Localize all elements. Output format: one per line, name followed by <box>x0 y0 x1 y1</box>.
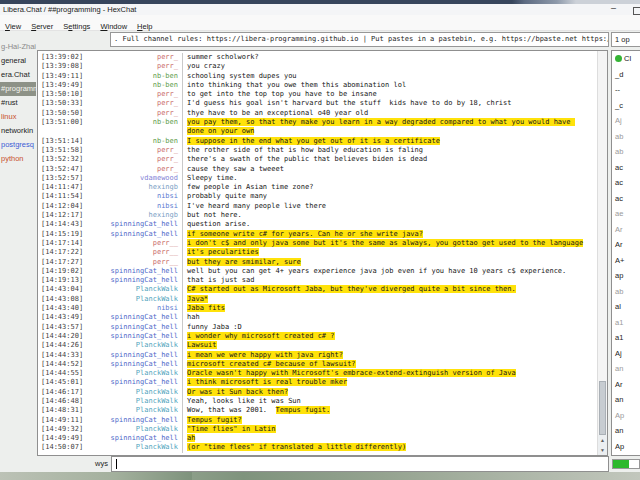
tree-item-networkin[interactable]: networkin <box>0 124 36 138</box>
user-list-item[interactable]: ab <box>612 284 640 300</box>
timestamp: [14:43:40] <box>38 304 85 313</box>
chat-message-row: [14:44:55]PlanckWalkOracle wasn't happy … <box>38 369 589 378</box>
nick: nb-ben <box>85 118 182 127</box>
user-list-item[interactable]: ab <box>612 144 640 160</box>
nick: PlanckWalk <box>85 406 182 415</box>
nick: perr__ <box>85 248 182 257</box>
nick: spinningCat_hell <box>85 276 182 285</box>
user-nick-fragment: Ap <box>615 408 624 424</box>
user-list-item[interactable]: _d <box>612 67 640 83</box>
nick: hexingb <box>85 211 182 220</box>
user-list-item[interactable]: Ap <box>612 439 640 455</box>
user-list-item[interactable]: an <box>612 423 640 439</box>
nick: PlanckWalk <box>85 341 182 350</box>
timestamp: [14:48:31] <box>38 406 85 415</box>
message-text: Yeah, looks like it was Sun <box>182 397 589 406</box>
chat-message-row: [14:49:49]spinningCat_hellah <box>38 434 589 443</box>
tree-item-general[interactable]: general <box>0 54 36 68</box>
nick: PlanckWalk <box>85 369 182 378</box>
user-list-item[interactable]: al <box>612 299 640 315</box>
user-list-item[interactable]: ab <box>612 129 640 145</box>
timestamp: [13:49:49] <box>38 81 85 90</box>
highlighted-text: ah <box>187 434 195 442</box>
message-text: into thinking that you owe them this abo… <box>182 81 589 90</box>
user-list-item[interactable]: Ap <box>612 408 640 424</box>
user-list-item[interactable]: Aj <box>612 346 640 362</box>
message-text: Tempus fugit? <box>182 416 589 425</box>
user-list[interactable]: Cl_d--_cAjababacacacaeArArA+apabala1a1Aj… <box>611 50 640 456</box>
timestamp: [14:17:27] <box>38 258 85 267</box>
timestamp: [14:19:13] <box>38 276 85 285</box>
timestamp: [14:19:02] <box>38 267 85 276</box>
tree-item-rust[interactable]: #rust <box>0 96 36 110</box>
message-text: Oracle wasn't happy with Microsoft's emb… <box>182 369 589 378</box>
user-list-item[interactable]: Ar <box>612 377 640 393</box>
nick: spinningCat_hell <box>85 434 182 443</box>
user-list-item[interactable]: ae <box>612 206 640 222</box>
chat-scrollbar[interactable]: ▲ ▼ <box>597 51 607 455</box>
user-list-item[interactable]: ac <box>612 175 640 191</box>
timestamp: [14:11:47] <box>38 183 85 192</box>
user-nick-fragment: ac <box>615 191 623 207</box>
user-list-item[interactable]: Cl <box>612 51 640 67</box>
user-list-item[interactable]: an <box>612 361 640 377</box>
highlighted-text: C# started out as Microsoft Jaba, but th… <box>187 285 516 293</box>
user-list-item[interactable]: ac <box>612 160 640 176</box>
user-list-item[interactable]: a1 <box>612 330 640 346</box>
tree-item-erachat[interactable]: era.Chat <box>0 68 36 82</box>
tree-item-ghaizhai[interactable]: g-Hai-Zhai <box>0 40 36 54</box>
nick: spinningCat_hell <box>85 332 182 341</box>
chat-area[interactable]: [13:39:02]perr_summer scholwork?[13:39:0… <box>37 50 608 456</box>
timestamp: [14:43:04] <box>38 285 85 294</box>
tree-item-postgresq[interactable]: postgresq <box>0 138 36 152</box>
timestamp: [14:11:54] <box>38 192 85 201</box>
nick: spinningCat_hell <box>85 351 182 360</box>
user-list-item[interactable]: a1 <box>612 315 640 331</box>
message-input[interactable] <box>111 456 609 472</box>
message-text: i don't c$ and only java some but it's t… <box>182 239 589 248</box>
menu-item-help[interactable]: Help <box>132 20 157 31</box>
tree-item-python[interactable]: python <box>0 152 36 166</box>
tree-item-programm[interactable]: #programm <box>0 82 36 96</box>
window-title: Libera.Chat / ##programming - HexChat <box>3 5 136 14</box>
maximize-button-icon[interactable] <box>633 7 640 15</box>
scroll-down-icon[interactable]: ▼ <box>598 445 607 455</box>
taskbar-edge <box>0 472 640 480</box>
user-list-item[interactable]: an <box>612 392 640 408</box>
timestamp: [14:49:49] <box>38 434 85 443</box>
user-list-item[interactable]: ac <box>612 191 640 207</box>
user-list-item[interactable]: Aj <box>612 113 640 129</box>
user-list-item[interactable]: Ar <box>612 222 640 238</box>
menu-item-settings[interactable]: Settings <box>58 20 95 31</box>
tree-item-linux[interactable]: linux <box>0 110 36 124</box>
minimize-button-icon[interactable]: – <box>611 3 616 13</box>
message-text: you pay them, so that they make you lear… <box>182 118 589 137</box>
timestamp: [13:50:50] <box>38 109 85 118</box>
user-list-item[interactable]: -- <box>612 82 640 98</box>
message-text: Java* <box>182 295 589 304</box>
highlighted-text: Tempus fugit? <box>187 416 242 424</box>
user-nick-fragment: Cl <box>624 51 631 67</box>
menu-item-server[interactable]: Server <box>26 20 58 31</box>
scroll-up-icon[interactable]: ▲ <box>598 435 607 445</box>
scrollbar-thumb[interactable] <box>599 381 606 435</box>
user-list-item[interactable]: _c <box>612 98 640 114</box>
timestamp: [13:52:57] <box>38 174 85 183</box>
user-list-item[interactable]: Ar <box>612 237 640 253</box>
user-nick-fragment: a1 <box>615 330 623 346</box>
timestamp: [14:46:17] <box>38 388 85 397</box>
message-text: (or "time flees" if translated a little … <box>182 443 589 452</box>
user-list-item[interactable]: A+ <box>612 253 640 269</box>
menu-item-window[interactable]: Window <box>95 20 132 31</box>
message-text: hah <box>182 313 589 322</box>
topic-input[interactable]: . Full channel rules: https://libera-pro… <box>110 32 609 47</box>
chat-message-row: [14:14:43]spinningCat_hellquestion arise… <box>38 220 589 229</box>
chat-message-row: [14:15:19]spinningCat_hellif someone wri… <box>38 230 589 239</box>
message-text: you crazy <box>182 62 589 71</box>
user-list-item[interactable]: ap <box>612 268 640 284</box>
message-text: i think microsoft is real trouble mker <box>182 378 589 387</box>
user-nick-fragment: _d <box>615 67 623 83</box>
timestamp: [14:14:43] <box>38 220 85 229</box>
menu-item-view[interactable]: View <box>0 20 26 31</box>
chat-message-row: [13:39:02]perr_summer scholwork? <box>38 53 589 62</box>
